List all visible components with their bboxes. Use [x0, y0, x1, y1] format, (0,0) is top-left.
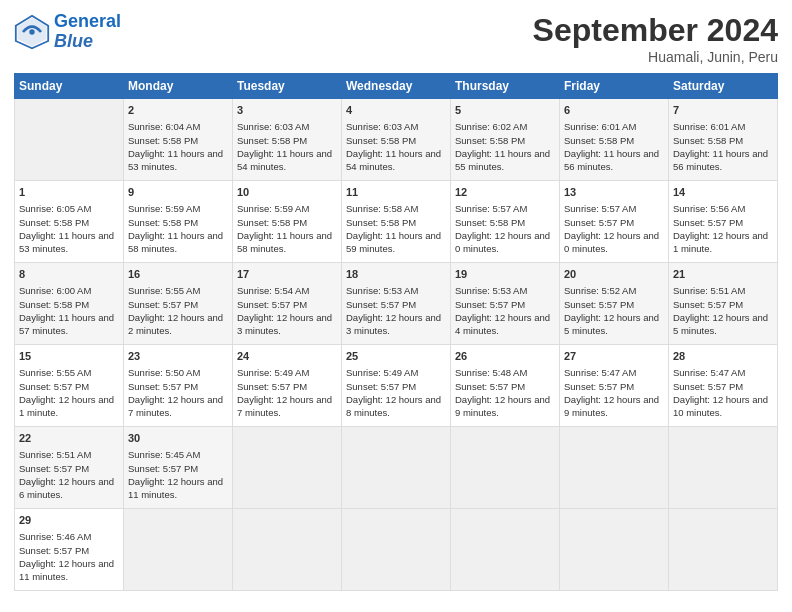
sunset: Sunset: 5:57 PM [455, 381, 525, 392]
logo-icon [14, 14, 50, 50]
daylight: Daylight: 12 hours and 4 minutes. [455, 312, 550, 336]
daylight: Daylight: 12 hours and 6 minutes. [19, 476, 114, 500]
calendar-cell [15, 99, 124, 181]
calendar-week-2: 8Sunrise: 6:00 AMSunset: 5:58 PMDaylight… [15, 263, 778, 345]
daylight: Daylight: 11 hours and 53 minutes. [19, 230, 114, 254]
daylight: Daylight: 12 hours and 2 minutes. [128, 312, 223, 336]
calendar-cell: 18Sunrise: 5:53 AMSunset: 5:57 PMDayligh… [342, 263, 451, 345]
daylight: Daylight: 12 hours and 11 minutes. [19, 558, 114, 582]
day-number: 8 [19, 267, 119, 282]
header-cell-thursday: Thursday [451, 74, 560, 99]
daylight: Daylight: 12 hours and 11 minutes. [128, 476, 223, 500]
day-number: 18 [346, 267, 446, 282]
sunset: Sunset: 5:58 PM [237, 135, 307, 146]
day-number: 28 [673, 349, 773, 364]
header-cell-friday: Friday [560, 74, 669, 99]
sunset: Sunset: 5:57 PM [455, 299, 525, 310]
sunrise: Sunrise: 5:59 AM [237, 203, 309, 214]
sunset: Sunset: 5:57 PM [564, 381, 634, 392]
sunset: Sunset: 5:57 PM [673, 217, 743, 228]
calendar-cell: 20Sunrise: 5:52 AMSunset: 5:57 PMDayligh… [560, 263, 669, 345]
calendar-cell: 13Sunrise: 5:57 AMSunset: 5:57 PMDayligh… [560, 181, 669, 263]
sunrise: Sunrise: 5:55 AM [19, 367, 91, 378]
sunset: Sunset: 5:57 PM [564, 299, 634, 310]
sunrise: Sunrise: 5:49 AM [237, 367, 309, 378]
sunset: Sunset: 5:57 PM [19, 545, 89, 556]
calendar-cell: 5Sunrise: 6:02 AMSunset: 5:58 PMDaylight… [451, 99, 560, 181]
sunrise: Sunrise: 5:47 AM [673, 367, 745, 378]
day-number: 23 [128, 349, 228, 364]
sunset: Sunset: 5:57 PM [346, 381, 416, 392]
sunrise: Sunrise: 5:51 AM [19, 449, 91, 460]
day-number: 4 [346, 103, 446, 118]
day-number: 29 [19, 513, 119, 528]
sunrise: Sunrise: 5:49 AM [346, 367, 418, 378]
calendar-cell [233, 509, 342, 591]
calendar-cell [669, 427, 778, 509]
sunset: Sunset: 5:57 PM [673, 299, 743, 310]
day-number: 15 [19, 349, 119, 364]
page-container: General Blue September 2024 Huamali, Jun… [0, 0, 792, 599]
sunrise: Sunrise: 6:05 AM [19, 203, 91, 214]
day-number: 12 [455, 185, 555, 200]
daylight: Daylight: 12 hours and 3 minutes. [237, 312, 332, 336]
daylight: Daylight: 12 hours and 5 minutes. [673, 312, 768, 336]
calendar-cell: 1Sunrise: 6:05 AMSunset: 5:58 PMDaylight… [15, 181, 124, 263]
sunset: Sunset: 5:57 PM [673, 381, 743, 392]
daylight: Daylight: 12 hours and 0 minutes. [455, 230, 550, 254]
sunrise: Sunrise: 5:56 AM [673, 203, 745, 214]
day-number: 30 [128, 431, 228, 446]
calendar-cell: 21Sunrise: 5:51 AMSunset: 5:57 PMDayligh… [669, 263, 778, 345]
calendar-cell: 4Sunrise: 6:03 AMSunset: 5:58 PMDaylight… [342, 99, 451, 181]
day-number: 10 [237, 185, 337, 200]
calendar-body: 2Sunrise: 6:04 AMSunset: 5:58 PMDaylight… [15, 99, 778, 591]
sunrise: Sunrise: 6:03 AM [346, 121, 418, 132]
daylight: Daylight: 11 hours and 53 minutes. [128, 148, 223, 172]
logo-text: General Blue [54, 12, 121, 52]
header: General Blue September 2024 Huamali, Jun… [14, 12, 778, 65]
daylight: Daylight: 12 hours and 5 minutes. [564, 312, 659, 336]
calendar-cell: 19Sunrise: 5:53 AMSunset: 5:57 PMDayligh… [451, 263, 560, 345]
logo-line1: General [54, 11, 121, 31]
logo: General Blue [14, 12, 121, 52]
sunrise: Sunrise: 5:55 AM [128, 285, 200, 296]
sunrise: Sunrise: 5:58 AM [346, 203, 418, 214]
calendar-cell [451, 509, 560, 591]
sunrise: Sunrise: 6:01 AM [564, 121, 636, 132]
calendar-cell [560, 427, 669, 509]
calendar-cell: 27Sunrise: 5:47 AMSunset: 5:57 PMDayligh… [560, 345, 669, 427]
sunrise: Sunrise: 5:59 AM [128, 203, 200, 214]
sunset: Sunset: 5:57 PM [237, 381, 307, 392]
sunset: Sunset: 5:57 PM [346, 299, 416, 310]
day-number: 17 [237, 267, 337, 282]
calendar-week-5: 29Sunrise: 5:46 AMSunset: 5:57 PMDayligh… [15, 509, 778, 591]
location-subtitle: Huamali, Junin, Peru [533, 49, 778, 65]
calendar-cell: 24Sunrise: 5:49 AMSunset: 5:57 PMDayligh… [233, 345, 342, 427]
sunset: Sunset: 5:58 PM [128, 217, 198, 228]
calendar-header-row: SundayMondayTuesdayWednesdayThursdayFrid… [15, 74, 778, 99]
sunrise: Sunrise: 5:52 AM [564, 285, 636, 296]
daylight: Daylight: 11 hours and 54 minutes. [346, 148, 441, 172]
daylight: Daylight: 12 hours and 1 minute. [19, 394, 114, 418]
sunset: Sunset: 5:58 PM [346, 217, 416, 228]
calendar-cell: 2Sunrise: 6:04 AMSunset: 5:58 PMDaylight… [124, 99, 233, 181]
day-number: 7 [673, 103, 773, 118]
daylight: Daylight: 12 hours and 9 minutes. [455, 394, 550, 418]
calendar-cell: 16Sunrise: 5:55 AMSunset: 5:57 PMDayligh… [124, 263, 233, 345]
svg-point-2 [29, 29, 34, 34]
sunrise: Sunrise: 5:54 AM [237, 285, 309, 296]
day-number: 25 [346, 349, 446, 364]
calendar-cell: 22Sunrise: 5:51 AMSunset: 5:57 PMDayligh… [15, 427, 124, 509]
sunrise: Sunrise: 5:57 AM [564, 203, 636, 214]
calendar-cell [560, 509, 669, 591]
daylight: Daylight: 11 hours and 58 minutes. [128, 230, 223, 254]
daylight: Daylight: 12 hours and 7 minutes. [237, 394, 332, 418]
title-section: September 2024 Huamali, Junin, Peru [533, 12, 778, 65]
sunset: Sunset: 5:57 PM [128, 299, 198, 310]
sunrise: Sunrise: 5:45 AM [128, 449, 200, 460]
day-number: 2 [128, 103, 228, 118]
calendar-table: SundayMondayTuesdayWednesdayThursdayFrid… [14, 73, 778, 591]
calendar-week-0: 2Sunrise: 6:04 AMSunset: 5:58 PMDaylight… [15, 99, 778, 181]
daylight: Daylight: 11 hours and 58 minutes. [237, 230, 332, 254]
calendar-cell [669, 509, 778, 591]
